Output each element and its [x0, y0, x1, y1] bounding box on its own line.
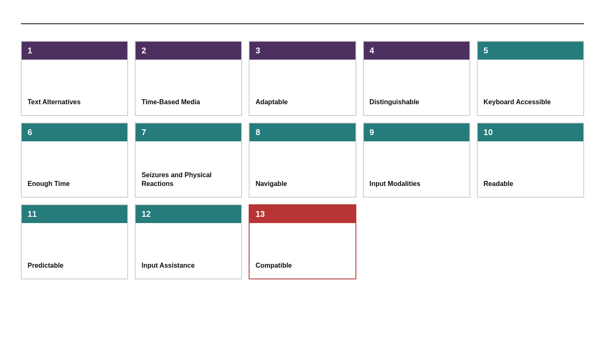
card-body-12: Input Assistance [136, 223, 241, 279]
card-label-13: Compatible [255, 261, 292, 270]
card-5[interactable]: 5Keyboard Accessible [477, 41, 584, 116]
page-header [21, 23, 584, 24]
card-12[interactable]: 12Input Assistance [135, 204, 242, 279]
card-body-8: Navigable [250, 141, 355, 197]
card-8[interactable]: 8Navigable [249, 123, 356, 198]
card-2[interactable]: 2Time-Based Media [135, 41, 242, 116]
card-label-3: Adaptable [255, 98, 287, 107]
card-label-2: Time-Based Media [141, 98, 200, 107]
card-10[interactable]: 10Readable [477, 123, 584, 198]
card-body-11: Predictable [22, 223, 127, 279]
card-label-10: Readable [484, 180, 513, 188]
card-body-10: Readable [478, 141, 583, 197]
card-header-8: 8 [250, 123, 355, 141]
card-4[interactable]: 4Distinguishable [363, 41, 470, 116]
card-header-6: 6 [22, 123, 127, 141]
card-label-5: Keyboard Accessible [484, 98, 551, 107]
card-header-7: 7 [136, 123, 241, 141]
card-label-12: Input Assistance [141, 261, 194, 270]
card-header-12: 12 [136, 205, 241, 223]
card-header-3: 3 [250, 42, 355, 60]
card-13[interactable]: 13Compatible [249, 204, 356, 279]
card-header-10: 10 [478, 123, 583, 141]
card-3[interactable]: 3Adaptable [249, 41, 356, 116]
card-label-7: Seizures and Physical Reactions [141, 171, 235, 188]
card-header-11: 11 [22, 205, 127, 223]
cards-grid: 1Text Alternatives2Time-Based Media3Adap… [21, 41, 584, 279]
card-header-13: 13 [250, 205, 355, 223]
grid-spacer-0 [363, 204, 470, 279]
card-header-5: 5 [478, 42, 583, 60]
card-11[interactable]: 11Predictable [21, 204, 128, 279]
card-header-9: 9 [364, 123, 469, 141]
card-9[interactable]: 9Input Modalities [363, 123, 470, 198]
card-7[interactable]: 7Seizures and Physical Reactions [135, 123, 242, 198]
card-1[interactable]: 1Text Alternatives [21, 41, 128, 116]
card-body-4: Distinguishable [364, 60, 469, 115]
card-body-6: Enough Time [22, 141, 127, 197]
card-label-9: Input Modalities [370, 180, 421, 188]
card-header-4: 4 [364, 42, 469, 60]
card-label-6: Enough Time [28, 180, 70, 188]
card-6[interactable]: 6Enough Time [21, 123, 128, 198]
card-body-2: Time-Based Media [136, 60, 241, 115]
card-label-1: Text Alternatives [28, 98, 81, 107]
card-body-13: Compatible [250, 223, 355, 279]
card-header-2: 2 [136, 42, 241, 60]
card-header-1: 1 [22, 42, 127, 60]
card-body-7: Seizures and Physical Reactions [136, 141, 241, 197]
cards-grid-container: 1Text Alternatives2Time-Based Media3Adap… [21, 41, 584, 279]
grid-spacer-1 [477, 204, 584, 279]
card-body-9: Input Modalities [364, 141, 469, 197]
card-body-3: Adaptable [250, 60, 355, 115]
header-divider [21, 23, 584, 24]
card-body-5: Keyboard Accessible [478, 60, 583, 115]
card-label-8: Navigable [255, 180, 287, 188]
card-label-11: Predictable [28, 261, 63, 270]
card-body-1: Text Alternatives [22, 60, 127, 115]
card-label-4: Distinguishable [370, 98, 419, 107]
